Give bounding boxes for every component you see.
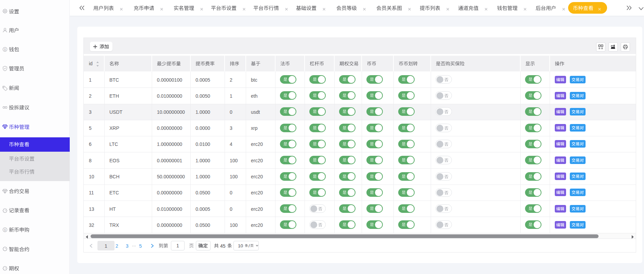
svg-text:$: $ — [4, 47, 6, 51]
svg-text:$: $ — [4, 228, 6, 232]
